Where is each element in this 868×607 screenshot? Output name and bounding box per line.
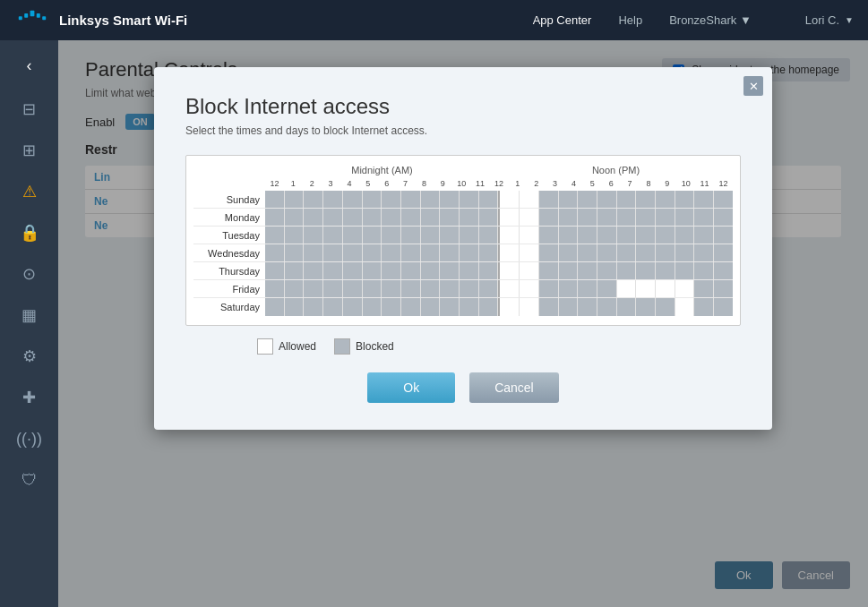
cell-sunday-23[interactable] xyxy=(714,191,733,208)
cell-saturday-22[interactable] xyxy=(694,298,714,316)
cell-saturday-23[interactable] xyxy=(714,298,733,316)
cell-sunday-1[interactable] xyxy=(285,191,305,208)
cell-saturday-11[interactable] xyxy=(479,298,499,316)
cell-sunday-2[interactable] xyxy=(304,191,323,208)
cell-sunday-20[interactable] xyxy=(656,191,675,208)
cell-tuesday-0[interactable] xyxy=(265,227,285,244)
cell-friday-23[interactable] xyxy=(714,280,733,297)
cell-friday-10[interactable] xyxy=(460,280,479,297)
cell-wednesday-5[interactable] xyxy=(363,244,382,261)
cell-sunday-11[interactable] xyxy=(479,191,499,208)
cell-thursday-5[interactable] xyxy=(363,262,382,279)
cell-sunday-6[interactable] xyxy=(382,191,401,208)
nav-user[interactable]: Lori C. ▼ xyxy=(805,13,854,27)
cell-thursday-19[interactable] xyxy=(636,262,656,279)
cell-friday-4[interactable] xyxy=(343,280,363,297)
cell-monday-21[interactable] xyxy=(675,209,695,226)
cell-wednesday-11[interactable] xyxy=(479,244,499,261)
cell-saturday-6[interactable] xyxy=(382,298,401,316)
cell-wednesday-14[interactable] xyxy=(539,244,559,261)
cell-friday-22[interactable] xyxy=(694,280,714,297)
cell-friday-19[interactable] xyxy=(636,280,656,297)
sidebar-item-wifi[interactable]: ((·)) xyxy=(7,420,52,457)
cell-sunday-5[interactable] xyxy=(363,191,382,208)
dialog-cancel-button[interactable]: Cancel xyxy=(469,372,559,403)
cell-monday-10[interactable] xyxy=(460,209,479,226)
cell-tuesday-12[interactable] xyxy=(498,227,520,244)
cell-tuesday-11[interactable] xyxy=(479,227,499,244)
cell-thursday-20[interactable] xyxy=(656,262,675,279)
cell-friday-14[interactable] xyxy=(539,280,559,297)
cell-sunday-16[interactable] xyxy=(578,191,597,208)
cell-wednesday-0[interactable] xyxy=(265,244,285,261)
cell-saturday-3[interactable] xyxy=(323,298,343,316)
cell-tuesday-15[interactable] xyxy=(559,227,579,244)
cell-tuesday-2[interactable] xyxy=(304,227,323,244)
sidebar-item-shield[interactable]: 🛡 xyxy=(7,461,52,499)
cell-wednesday-22[interactable] xyxy=(694,244,714,261)
cell-monday-22[interactable] xyxy=(694,209,714,226)
cell-friday-1[interactable] xyxy=(285,280,305,297)
cell-friday-15[interactable] xyxy=(559,280,579,297)
cell-thursday-23[interactable] xyxy=(714,262,733,279)
cell-saturday-20[interactable] xyxy=(656,298,675,316)
cell-sunday-9[interactable] xyxy=(440,191,460,208)
nav-help[interactable]: Help xyxy=(618,13,642,27)
cell-monday-23[interactable] xyxy=(714,209,733,226)
cell-friday-2[interactable] xyxy=(304,280,323,297)
cell-tuesday-23[interactable] xyxy=(714,227,733,244)
cell-wednesday-19[interactable] xyxy=(636,244,656,261)
cell-sunday-12[interactable] xyxy=(498,191,520,208)
cell-monday-5[interactable] xyxy=(363,209,382,226)
cell-monday-20[interactable] xyxy=(656,209,675,226)
nav-network[interactable]: BronzeShark ▼ xyxy=(669,13,752,27)
cell-friday-16[interactable] xyxy=(578,280,597,297)
cell-saturday-19[interactable] xyxy=(636,298,656,316)
cell-thursday-0[interactable] xyxy=(265,262,285,279)
cell-wednesday-9[interactable] xyxy=(440,244,460,261)
cell-monday-8[interactable] xyxy=(421,209,441,226)
sidebar-back-button[interactable]: ‹ xyxy=(7,49,52,81)
cell-sunday-19[interactable] xyxy=(636,191,656,208)
cell-wednesday-13[interactable] xyxy=(520,244,539,261)
cell-tuesday-20[interactable] xyxy=(656,227,675,244)
cell-friday-8[interactable] xyxy=(421,280,441,297)
cell-sunday-3[interactable] xyxy=(323,191,343,208)
cell-friday-3[interactable] xyxy=(323,280,343,297)
cell-sunday-21[interactable] xyxy=(675,191,695,208)
cell-saturday-0[interactable] xyxy=(265,298,285,316)
cell-friday-6[interactable] xyxy=(382,280,401,297)
cell-wednesday-16[interactable] xyxy=(578,244,597,261)
cell-saturday-12[interactable] xyxy=(498,298,520,316)
cell-monday-18[interactable] xyxy=(617,209,637,226)
cell-wednesday-21[interactable] xyxy=(675,244,695,261)
cell-wednesday-17[interactable] xyxy=(597,244,617,261)
cell-tuesday-4[interactable] xyxy=(343,227,363,244)
cell-saturday-4[interactable] xyxy=(343,298,363,316)
cell-thursday-22[interactable] xyxy=(694,262,714,279)
cell-tuesday-21[interactable] xyxy=(675,227,695,244)
cell-tuesday-5[interactable] xyxy=(363,227,382,244)
cell-friday-17[interactable] xyxy=(597,280,617,297)
cell-wednesday-15[interactable] xyxy=(559,244,579,261)
cell-thursday-6[interactable] xyxy=(382,262,401,279)
cell-monday-2[interactable] xyxy=(304,209,323,226)
sidebar-item-warning[interactable]: ⚠ xyxy=(7,173,52,210)
cell-monday-6[interactable] xyxy=(382,209,401,226)
cell-wednesday-4[interactable] xyxy=(343,244,363,261)
cell-sunday-18[interactable] xyxy=(617,191,637,208)
cell-friday-9[interactable] xyxy=(440,280,460,297)
cell-monday-19[interactable] xyxy=(636,209,656,226)
cell-thursday-12[interactable] xyxy=(498,262,520,279)
cell-saturday-8[interactable] xyxy=(421,298,441,316)
cell-thursday-15[interactable] xyxy=(559,262,579,279)
cell-tuesday-8[interactable] xyxy=(421,227,441,244)
cell-thursday-10[interactable] xyxy=(460,262,479,279)
cell-saturday-18[interactable] xyxy=(617,298,637,316)
cell-wednesday-1[interactable] xyxy=(285,244,305,261)
cell-thursday-17[interactable] xyxy=(597,262,617,279)
cell-saturday-17[interactable] xyxy=(597,298,617,316)
nav-app-center[interactable]: App Center xyxy=(533,13,592,27)
cell-saturday-2[interactable] xyxy=(304,298,323,316)
cell-thursday-9[interactable] xyxy=(440,262,460,279)
